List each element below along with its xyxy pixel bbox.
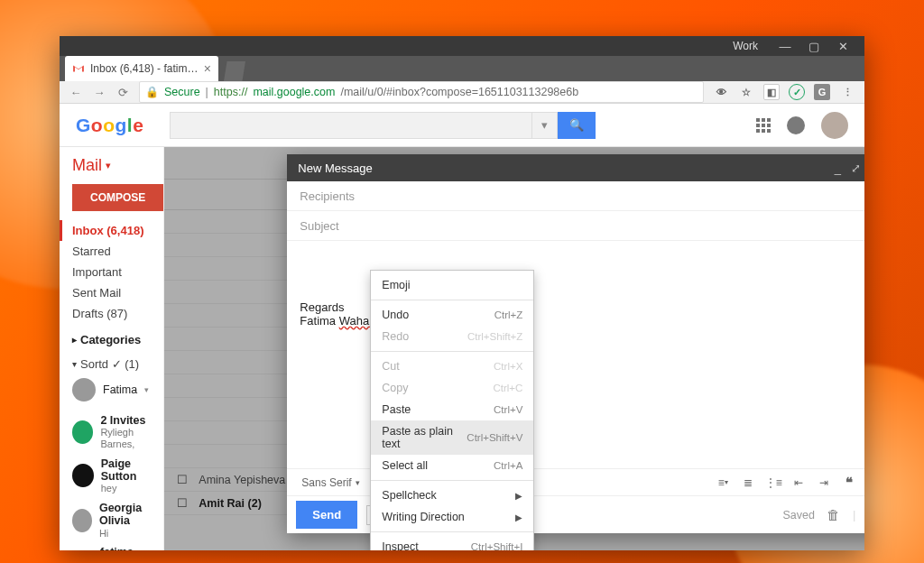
secure-label: Secure — [164, 86, 200, 98]
ctx-cut: CutCtrl+X — [371, 355, 533, 377]
url-input[interactable]: 🔒 Secure | https://mail.google.com/mail/… — [139, 81, 704, 103]
gmail-app: Google ▾ 🔍 Mail▾ COMPOSE — [60, 104, 864, 550]
compose-minimize-icon[interactable]: _ — [828, 162, 846, 175]
ctx-inspect[interactable]: InspectCtrl+Shift+I — [371, 536, 533, 550]
sidebar-starred[interactable]: Starred — [72, 241, 163, 262]
indent-more-icon[interactable]: ⇥ — [814, 473, 834, 493]
mail-pane: ⚙▾ ms + 8:56 pmAug 6Aug 5Aug 2Aug 2Aug 1… — [163, 147, 864, 550]
compose-button[interactable]: COMPOSE — [72, 184, 163, 211]
ctx-redo: RedoCtrl+Shift+Z — [371, 326, 533, 347]
search-button[interactable]: 🔍 — [558, 112, 596, 139]
chat-self[interactable]: Fatima▾ — [72, 374, 163, 405]
eye-extension-icon[interactable]: 👁 — [713, 84, 729, 100]
compose-title: New Message — [298, 162, 372, 175]
ctx-undo[interactable]: UndoCtrl+Z — [371, 304, 533, 326]
window-minimize-button[interactable]: — — [771, 36, 799, 56]
extension-1-icon[interactable]: ◧ — [763, 84, 780, 100]
discard-draft-icon[interactable]: 🗑 — [824, 505, 844, 525]
extension-2-icon[interactable]: ✓ — [789, 84, 805, 100]
apps-grid-icon[interactable] — [756, 118, 771, 133]
chat-paige[interactable]: Paige Suttonhey — [72, 454, 163, 498]
ctx-writing-direction[interactable]: Writing Direction▶ — [371, 506, 533, 528]
align-icon[interactable]: ≡▾ — [713, 473, 733, 493]
window-titlebar: Work — ▢ ✕ — [60, 36, 864, 56]
sidebar-important[interactable]: Important — [72, 262, 163, 282]
search-dropdown-icon[interactable]: ▾ — [531, 113, 557, 138]
chat-fatima[interactable]: fatima wahabtest — [72, 542, 163, 550]
sidebar-drafts[interactable]: Drafts (87) — [72, 303, 163, 324]
tab-close-icon[interactable]: × — [204, 61, 211, 76]
account-avatar[interactable] — [821, 112, 848, 139]
numbered-list-icon[interactable]: ≣ — [738, 473, 758, 493]
browser-window: Work — ▢ ✕ Inbox (6,418) - fatima@a × ← … — [60, 36, 864, 550]
search-input[interactable]: ▾ — [170, 112, 558, 139]
profile-label: Work — [733, 40, 758, 52]
send-button[interactable]: Send — [296, 501, 357, 529]
indent-less-icon[interactable]: ⇤ — [789, 473, 808, 493]
context-menu: Emoji UndoCtrl+Z RedoCtrl+Shift+Z CutCtr… — [370, 270, 534, 550]
star-icon[interactable]: ☆ — [738, 84, 754, 100]
compose-window: New Message _ ⤢ ✕ Recipients Subject Reg… — [287, 154, 864, 533]
saved-label: Saved — [783, 509, 815, 521]
ctx-emoji[interactable]: Emoji — [371, 274, 533, 296]
ctx-copy: CopyCtrl+C — [371, 377, 533, 399]
notifications-icon[interactable] — [787, 116, 805, 134]
compose-expand-icon[interactable]: ⤢ — [846, 162, 864, 175]
window-maximize-button[interactable]: ▢ — [799, 36, 828, 56]
back-button[interactable]: ← — [69, 85, 83, 99]
sidebar-sortd[interactable]: ▾Sortd ✓ (1) — [72, 354, 163, 374]
gmail-favicon-icon — [72, 62, 85, 75]
reload-button[interactable]: ⟳ — [116, 85, 130, 99]
address-bar: ← → ⟳ 🔒 Secure | https://mail.google.com… — [60, 81, 864, 104]
url-path: /mail/u/0/#inbox?compose=1651103113298e6… — [340, 86, 578, 98]
browser-tab[interactable]: Inbox (6,418) - fatima@a × — [65, 56, 218, 81]
subject-field[interactable]: Subject — [287, 211, 864, 241]
compose-body[interactable]: Regards Fatima Wahab Emoji UndoCtrl+Z Re… — [287, 241, 864, 468]
tab-strip: Inbox (6,418) - fatima@a × — [60, 56, 864, 81]
forward-button[interactable]: → — [92, 85, 106, 99]
sidebar-inbox[interactable]: Inbox (6,418) — [60, 220, 163, 241]
chat-invites[interactable]: 2 InvitesRyliegh Barnes, — [72, 411, 163, 454]
app-header: Google ▾ 🔍 — [60, 104, 864, 147]
ctx-spellcheck[interactable]: Spellcheck▶ — [371, 485, 533, 506]
ctx-paste[interactable]: PasteCtrl+V — [371, 399, 533, 420]
google-logo: Google — [76, 115, 143, 136]
chrome-menu-icon[interactable]: ⋮ — [839, 84, 855, 100]
lock-icon: 🔒 — [145, 86, 159, 98]
window-close-button[interactable]: ✕ — [828, 36, 857, 56]
compose-titlebar: New Message _ ⤢ ✕ — [287, 154, 864, 181]
sidebar-sent[interactable]: Sent Mail — [72, 282, 163, 303]
extension-g-icon[interactable]: G — [814, 84, 830, 100]
tab-title: Inbox (6,418) - fatima@a — [90, 62, 199, 75]
url-domain: mail.google.com — [253, 86, 335, 98]
sidebar-categories[interactable]: ▸Categories — [72, 333, 163, 346]
sidebar: Mail▾ COMPOSE Inbox (6,418) Starred Impo… — [60, 147, 163, 550]
new-tab-button[interactable] — [224, 61, 245, 81]
ctx-select-all[interactable]: Select allCtrl+A — [371, 455, 533, 476]
url-scheme: https:// — [214, 86, 248, 98]
search-icon: 🔍 — [569, 118, 584, 132]
chat-georgia[interactable]: Georgia OliviaHi — [72, 498, 163, 542]
recipients-field[interactable]: Recipients — [287, 181, 864, 211]
quote-icon[interactable]: ❝ — [839, 473, 859, 493]
mail-dropdown[interactable]: Mail▾ — [72, 156, 163, 175]
font-family-select[interactable]: Sans Serif▾ — [296, 475, 365, 491]
ctx-paste-plain[interactable]: Paste as plain textCtrl+Shift+V — [371, 420, 533, 455]
bullet-list-icon[interactable]: ⋮≡ — [763, 473, 783, 493]
